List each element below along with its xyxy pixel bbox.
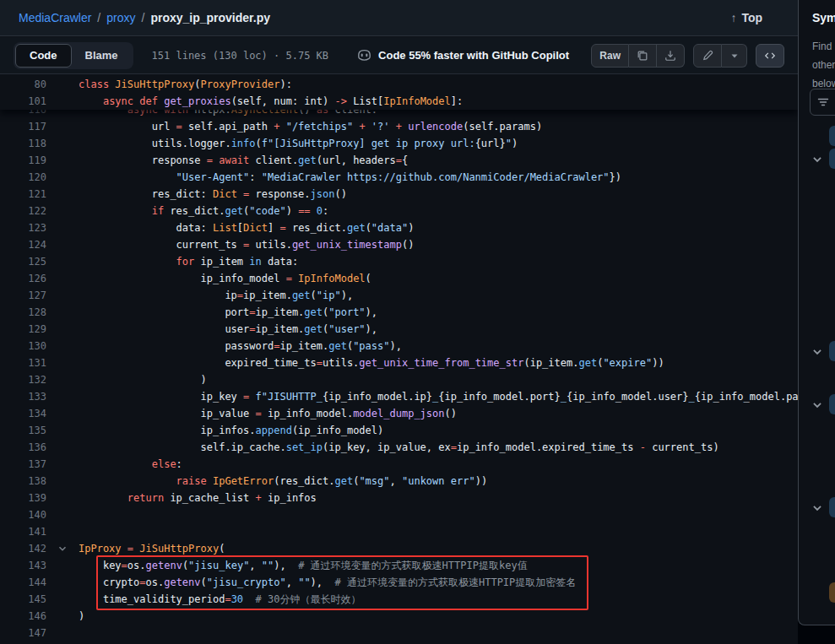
code-text: ip_value = ip_info_model.model_dump_json…	[79, 405, 457, 422]
code-text: for ip_item in data:	[79, 253, 298, 270]
code-expand-icon	[764, 50, 776, 62]
fold-gutter	[46, 456, 79, 473]
code-line-132: 132 )	[0, 371, 798, 388]
line-number[interactable]: 138	[0, 473, 46, 490]
line-number[interactable]: 142	[0, 540, 46, 557]
fold-gutter	[46, 473, 79, 490]
chevron-down-icon[interactable]	[811, 346, 823, 358]
fold-gutter	[46, 625, 79, 641]
symbols-toggle-button[interactable]	[756, 44, 784, 68]
code-line-140: 140	[0, 506, 798, 523]
code-text: "User-Agent": "MediaCrawler https://gith…	[79, 169, 621, 186]
symbol-item-chip[interactable]	[829, 149, 835, 169]
fold-gutter	[46, 338, 79, 354]
code-text: url = self.api_path + "/fetchips" + '?' …	[79, 118, 542, 135]
code-text: ip_infos.append(ip_info_model)	[79, 422, 383, 439]
breadcrumb-separator: /	[141, 11, 144, 24]
code-text: else:	[79, 456, 182, 473]
line-number[interactable]: 130	[0, 338, 46, 354]
line-number[interactable]: 140	[0, 506, 46, 523]
code-line-143: 143 key=os.getenv("jisu_key", ""), # 通过环…	[0, 557, 798, 574]
fold-toggle[interactable]	[46, 540, 79, 557]
breadcrumb-folder-link[interactable]: proxy	[106, 11, 135, 24]
code-line-144: 144 crypto=os.getenv("jisu_crypto", ""),…	[0, 574, 798, 591]
symbol-item-chip[interactable]	[829, 497, 835, 517]
line-number[interactable]: 127	[0, 287, 46, 304]
line-number[interactable]: 135	[0, 422, 46, 439]
line-number[interactable]: 131	[0, 354, 46, 371]
line-number[interactable]: 137	[0, 456, 46, 473]
line-number[interactable]: 128	[0, 304, 46, 321]
edit-button[interactable]	[693, 44, 722, 68]
chevron-down-icon[interactable]	[811, 502, 823, 514]
symbol-item-chip[interactable]	[829, 126, 835, 146]
raw-button[interactable]: Raw	[591, 44, 629, 68]
symbols-panel-description: Find	[812, 41, 832, 52]
back-to-top-label: Top	[741, 11, 762, 24]
code-text: password=ip_item.get("pass"),	[79, 338, 402, 354]
sticky-scope-lines: 80class JiSuHttpProxy(ProxyProvider):101…	[0, 74, 798, 110]
code-text: res_dict: Dict = response.json()	[79, 186, 347, 203]
code-text: ip=ip_item.get("ip"),	[79, 287, 353, 304]
code-line-141: 141	[0, 523, 798, 540]
symbol-item-chip[interactable]	[829, 341, 835, 361]
code-line-142: 142IpProxy = JiSuHttpProxy(	[0, 540, 798, 557]
triangle-down-icon	[730, 51, 739, 60]
line-number[interactable]: 122	[0, 203, 46, 219]
chevron-down-icon[interactable]	[811, 154, 823, 165]
line-number[interactable]: 145	[0, 591, 46, 608]
fold-gutter	[46, 557, 79, 574]
copilot-banner[interactable]: Code 55% faster with GitHub Copilot	[357, 48, 569, 62]
code-text: async def get_proxies(self, num: int) ->…	[79, 93, 463, 110]
line-number[interactable]: 126	[0, 270, 46, 287]
code-line-123: 123 data: List[Dict] = res_dict.get("dat…	[0, 219, 798, 236]
line-number[interactable]: 124	[0, 236, 46, 253]
line-number[interactable]: 141	[0, 523, 46, 540]
tab-blame[interactable]: Blame	[72, 44, 132, 68]
line-number[interactable]: 133	[0, 388, 46, 405]
fold-gutter	[46, 270, 79, 287]
code-text: ip_key = f"JISUHTTP_{ip_info_model.ip}_{…	[79, 388, 798, 405]
line-number[interactable]: 146	[0, 608, 46, 625]
line-number[interactable]: 147	[0, 625, 46, 641]
fold-gutter	[46, 219, 79, 236]
breadcrumb-repo-link[interactable]: MediaCrawler	[19, 11, 91, 24]
fold-gutter	[46, 287, 79, 304]
tab-code[interactable]: Code	[15, 44, 72, 68]
line-number[interactable]: 80	[0, 76, 46, 93]
code-text: )	[79, 371, 207, 388]
copy-button[interactable]	[629, 44, 657, 68]
edit-dropdown-button[interactable]	[722, 44, 747, 68]
code-text: response = await client.get(url, headers…	[79, 152, 408, 169]
code-blame-switch: Code Blame	[14, 42, 133, 69]
fold-gutter	[46, 608, 79, 625]
line-number[interactable]: 120	[0, 169, 46, 186]
code-text: user=ip_item.get("user"),	[79, 321, 377, 338]
symbol-item-chip[interactable]	[829, 582, 835, 603]
line-number[interactable]: 139	[0, 490, 46, 506]
line-number[interactable]: 134	[0, 405, 46, 422]
fold-gutter	[46, 422, 79, 439]
line-number[interactable]: 117	[0, 118, 46, 135]
toolbar-actions: Raw	[591, 44, 784, 68]
fold-gutter	[46, 523, 79, 540]
download-button[interactable]	[657, 44, 685, 68]
line-number[interactable]: 123	[0, 219, 46, 236]
line-number[interactable]: 119	[0, 152, 46, 169]
line-number[interactable]: 143	[0, 557, 46, 574]
line-number[interactable]: 132	[0, 371, 46, 388]
back-to-top-link[interactable]: ↑ Top	[730, 11, 762, 24]
line-number[interactable]: 136	[0, 439, 46, 456]
fold-gutter	[46, 574, 79, 591]
line-number[interactable]: 121	[0, 186, 46, 203]
line-number[interactable]: 144	[0, 574, 46, 591]
line-number[interactable]: 129	[0, 321, 46, 338]
symbol-item-chip[interactable]	[829, 394, 835, 414]
code-text: return ip_cache_list + ip_infos	[79, 490, 317, 506]
line-number[interactable]: 125	[0, 253, 46, 270]
symbols-filter-input[interactable]	[810, 89, 835, 116]
line-number[interactable]: 101	[0, 93, 46, 110]
chevron-down-icon[interactable]	[811, 399, 823, 411]
code-line-80: 80class JiSuHttpProxy(ProxyProvider):	[0, 76, 798, 93]
line-number[interactable]: 118	[0, 135, 46, 152]
